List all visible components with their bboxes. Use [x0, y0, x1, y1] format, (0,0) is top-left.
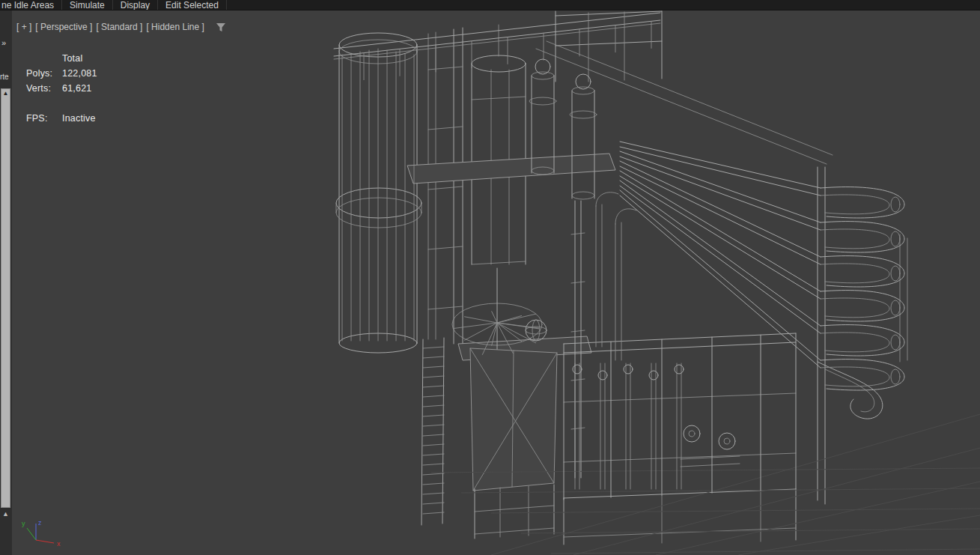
scrollbar-up-arrow-icon[interactable]: ▲ [1, 89, 10, 98]
expand-panel-chevrons-icon[interactable]: » [1, 38, 5, 47]
statistics-overlay: Total Polys: 122,081 Verts: 61,621 FPS: … [26, 51, 97, 126]
stats-fps-label: FPS: [26, 111, 62, 126]
panel-scrollbar[interactable]: ▲ [1, 88, 10, 508]
stats-header-row: Total [26, 51, 97, 66]
pipe-rack-rail [536, 49, 827, 164]
menu-item-display[interactable]: Display [113, 0, 158, 10]
top-walkway [334, 11, 662, 82]
sphere-valve [526, 320, 547, 341]
menu-item-simulate[interactable]: Simulate [62, 0, 113, 10]
viewport-menu-general[interactable]: [ + ] [16, 22, 31, 32]
pipe-rack-rail [547, 41, 833, 155]
stats-verts-value: 61,621 [62, 81, 97, 96]
stats-verts-label: Verts: [26, 81, 62, 96]
ladder [421, 338, 444, 525]
stats-polys-label: Polys: [26, 66, 62, 81]
support-columns [428, 28, 463, 344]
left-panel-strip: » rte ▲ ▲ [0, 10, 12, 555]
axis-z-label: z [38, 519, 42, 527]
axis-x-label: x [57, 540, 61, 548]
process-columns [529, 59, 597, 199]
menu-item-edit-selected[interactable]: Edit Selected [158, 0, 227, 10]
tank-cylinder [336, 33, 421, 353]
perspective-viewport[interactable]: [ + ] [ Perspective ] [ Standard ] [ Hid… [12, 10, 980, 555]
riser-pipes [596, 192, 636, 360]
world-axis-gizmo: z y x [21, 516, 69, 551]
menubar: ne Idle Areas Simulate Display Edit Sele… [0, 0, 980, 10]
viewport-menu-shading[interactable]: [ Hidden Line ] [146, 22, 204, 32]
axis-y-label: y [22, 520, 25, 527]
viewport-menu-pov[interactable]: [ Perspective ] [35, 22, 92, 32]
viewport-label: [ + ] [ Perspective ] [ Standard ] [ Hid… [16, 22, 226, 32]
stats-total-header: Total [62, 51, 97, 66]
industrial-plant-wireframe-model [12, 10, 980, 555]
scrollbar-bottom-arrow-icon[interactable]: ▲ [1, 510, 10, 518]
stats-verts-row: Verts: 61,621 [26, 81, 97, 96]
tower-base-panel [470, 348, 557, 539]
stats-polys-value: 122,081 [62, 66, 97, 81]
collapsed-panel-tab[interactable]: rte [0, 73, 9, 81]
upper-platform [407, 154, 615, 184]
central-tower [472, 25, 526, 264]
pumps [681, 425, 740, 467]
stats-polys-row: Polys: 122,081 [26, 66, 97, 81]
stats-fps-row: FPS: Inactive [26, 111, 97, 126]
filter-funnel-icon[interactable] [216, 22, 226, 32]
stats-fps-value: Inactive [62, 111, 97, 126]
menu-item-idle-areas[interactable]: ne Idle Areas [0, 0, 62, 10]
viewport-menu-renderer[interactable]: [ Standard ] [96, 22, 142, 32]
